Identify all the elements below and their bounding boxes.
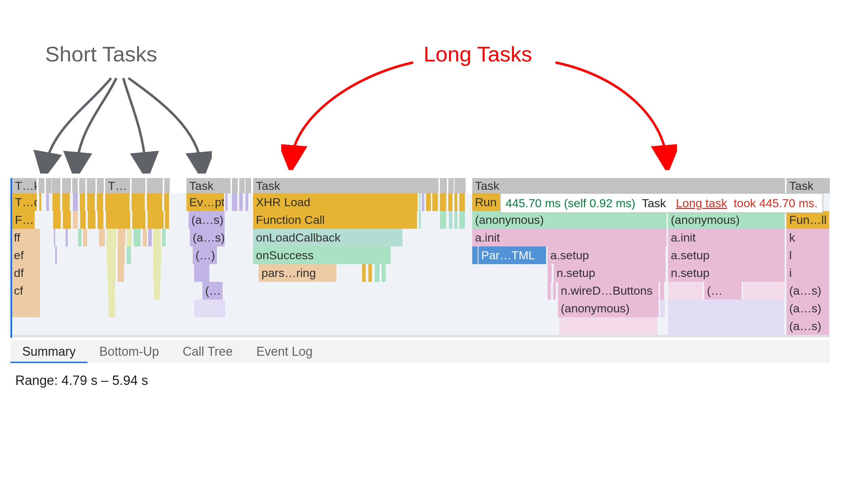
flame-row[interactable]: F…l (a…s) Function Call (anonymous) (ano… xyxy=(12,211,830,229)
flame-block[interactable]: (a…s) xyxy=(189,211,225,229)
task-block[interactable] xyxy=(79,178,85,193)
flame-block[interactable]: (…) xyxy=(193,246,217,264)
flame-block[interactable]: Function Call xyxy=(253,211,417,229)
flame-label: df xyxy=(12,264,40,282)
flame-block[interactable]: a.setup xyxy=(668,246,785,264)
flame-block[interactable]: n.setup xyxy=(554,264,666,282)
task-block[interactable] xyxy=(46,178,51,193)
task-block[interactable] xyxy=(39,178,44,193)
task-block[interactable] xyxy=(132,178,145,193)
flame-block[interactable]: l xyxy=(786,246,829,264)
flame-block[interactable]: Ev…pt xyxy=(186,193,224,211)
flame-block[interactable]: (a…s) xyxy=(786,300,829,317)
flame-sliver xyxy=(107,264,116,282)
task-block[interactable] xyxy=(440,178,447,193)
flame-label: cf xyxy=(12,282,40,300)
flame-sliver xyxy=(454,193,457,211)
flame-block[interactable]: (a…s) xyxy=(190,229,225,246)
flame-block[interactable]: (anonymous) xyxy=(472,211,667,229)
flame-block[interactable]: pars…ring xyxy=(259,264,336,282)
task-block[interactable]: T… xyxy=(105,178,130,193)
tab-summary[interactable]: Summary xyxy=(10,340,87,363)
task-block[interactable] xyxy=(72,178,78,193)
tab-call-tree[interactable]: Call Tree xyxy=(171,340,244,363)
flame-row[interactable]: df pars…ring n.setup n.setup i xyxy=(12,264,830,282)
flame-sliver xyxy=(426,193,431,211)
task-block[interactable]: T…k xyxy=(12,178,37,193)
tooltip-tail xyxy=(731,196,734,210)
flame-sliver xyxy=(46,193,49,211)
task-block[interactable] xyxy=(239,178,245,193)
task-block[interactable] xyxy=(87,178,95,193)
flame-sliver xyxy=(375,264,379,282)
flame-label: ff xyxy=(12,229,40,246)
flame-block[interactable]: XHR Load xyxy=(253,193,418,211)
flame-sliver xyxy=(118,229,125,246)
flame-block[interactable] xyxy=(472,246,478,264)
task-block[interactable] xyxy=(164,178,170,193)
task-block[interactable]: Task xyxy=(186,178,231,193)
flame-row[interactable]: ef (…) onSuccess Par…TML a.setup a.setup… xyxy=(12,246,830,264)
flame-row[interactable]: cf (… n.wireD…Buttons (… (a…s) xyxy=(12,282,830,300)
task-block[interactable] xyxy=(245,178,251,193)
flame-block[interactable]: F…l xyxy=(12,211,35,229)
flame-block[interactable] xyxy=(194,264,209,282)
tab-event-log[interactable]: Event Log xyxy=(244,340,324,363)
flame-sliver xyxy=(54,229,55,246)
flame-block[interactable]: n.setup xyxy=(668,264,785,282)
flame-block[interactable]: a.init xyxy=(472,229,667,246)
flame-block[interactable]: Fun…ll xyxy=(786,211,829,229)
flame-sliver xyxy=(127,229,132,246)
flame-block[interactable]: Run xyxy=(472,193,501,211)
task-block[interactable] xyxy=(97,178,104,193)
flame-block[interactable]: i xyxy=(786,264,829,282)
flame-sliver xyxy=(80,211,86,229)
tooltip-long-task-link[interactable]: Long task xyxy=(676,196,727,210)
flame-block[interactable]: (a…s) xyxy=(786,317,829,335)
flame-block[interactable]: a.init xyxy=(668,229,785,246)
flame-sliver xyxy=(132,211,145,229)
flame-block[interactable]: (a…s) xyxy=(786,282,829,300)
task-block[interactable] xyxy=(448,178,454,193)
flame-sliver xyxy=(668,300,784,317)
flame-block[interactable]: T…d xyxy=(12,193,37,211)
flame-sliver xyxy=(98,211,103,229)
tab-bottom-up[interactable]: Bottom-Up xyxy=(87,340,171,363)
arrows-long-tasks xyxy=(281,56,677,170)
flame-block[interactable]: (anonymous) xyxy=(668,211,785,229)
flame-sliver xyxy=(107,229,116,246)
flame-block[interactable]: n.wireD…Buttons xyxy=(558,282,659,300)
task-block[interactable]: Task xyxy=(786,178,830,193)
flame-sliver xyxy=(419,193,420,211)
flame-footer-strip xyxy=(12,335,830,337)
task-block[interactable]: Task xyxy=(253,178,439,193)
flame-block[interactable]: Par…TML xyxy=(478,246,546,264)
flame-sliver xyxy=(134,229,141,246)
flame-sliver xyxy=(118,264,124,282)
task-block[interactable] xyxy=(52,178,60,193)
task-block[interactable] xyxy=(232,178,238,193)
flame-sliver xyxy=(63,211,71,229)
task-block[interactable] xyxy=(62,178,71,193)
flame-block[interactable]: a.setup xyxy=(548,246,666,264)
flame-block[interactable]: onSuccess xyxy=(253,246,391,264)
task-block[interactable] xyxy=(147,178,163,193)
flame-row[interactable]: (anonymous) (a…s) xyxy=(12,300,830,317)
task-block-long[interactable]: Task xyxy=(472,178,785,193)
flame-block[interactable]: (anonymous) xyxy=(558,300,659,317)
flame-row[interactable]: (a…s) xyxy=(12,317,830,335)
flame-sliver xyxy=(62,193,70,211)
flame-sliver xyxy=(88,211,95,229)
task-block[interactable] xyxy=(459,178,466,193)
flame-sliver xyxy=(107,246,116,264)
task-row[interactable]: T…k T… Task Task Task Task xyxy=(12,178,830,193)
flame-row[interactable]: ff (a…s) onLoadCallback a.init a.init k xyxy=(12,229,830,246)
task-tooltip: 445.70 ms (self 0.92 ms) Task Long task … xyxy=(500,193,823,213)
flame-block[interactable]: k xyxy=(786,229,829,246)
flame-block[interactable]: onLoadCallback xyxy=(253,229,402,246)
flame-block[interactable]: (… xyxy=(704,282,742,300)
flame-sliver xyxy=(55,246,57,264)
flame-block[interactable] xyxy=(194,300,225,317)
flame-block[interactable]: (… xyxy=(202,282,223,300)
flame-sliver xyxy=(78,229,82,246)
